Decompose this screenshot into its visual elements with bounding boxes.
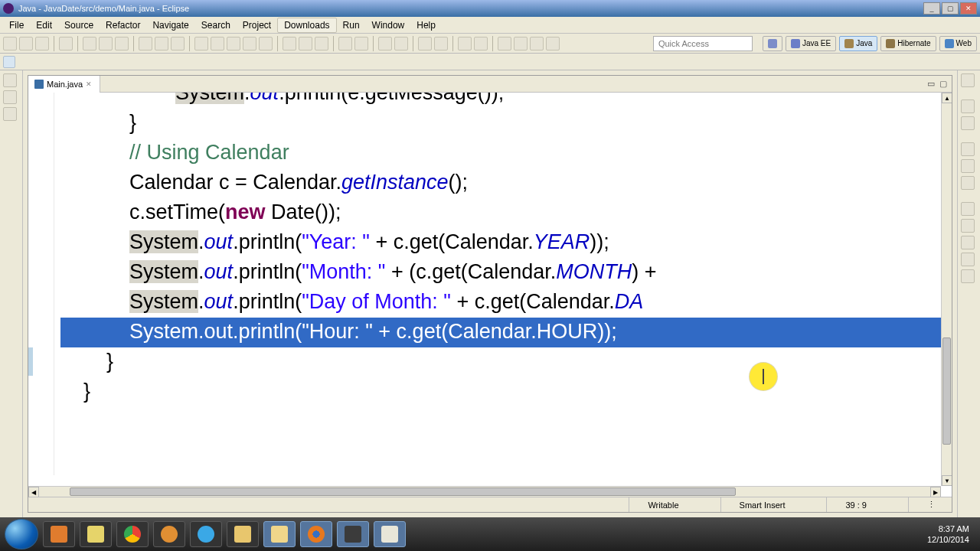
new-icon[interactable] (3, 37, 17, 51)
debug-skip-icon[interactable] (194, 37, 208, 51)
quick-access-input[interactable]: Quick Access (653, 36, 753, 51)
debug-disconnect-icon[interactable] (259, 37, 273, 51)
code-line[interactable]: System.out.println("Day of Month: " + c.… (60, 288, 941, 318)
open-type-icon[interactable] (378, 37, 392, 51)
relaunch-icon[interactable] (546, 37, 560, 51)
menu-source[interactable]: Source (58, 18, 100, 32)
javadoc-icon[interactable] (961, 159, 975, 173)
save-icon[interactable] (19, 37, 33, 51)
code-line[interactable]: System.out.println("Hour: " + c.get(Cale… (60, 318, 941, 347)
toggle-mark-icon[interactable] (139, 37, 152, 51)
step-return-icon[interactable] (315, 37, 328, 51)
taskbar-notepad-icon[interactable] (374, 521, 406, 547)
taskbar-media-icon[interactable] (43, 521, 75, 547)
problems-icon[interactable] (961, 142, 975, 156)
minimize-button[interactable]: _ (923, 2, 940, 15)
new-class-icon[interactable] (354, 37, 368, 51)
forward-icon[interactable] (474, 37, 488, 51)
code-line[interactable]: System.out.println("Month: " + (c.get(Ca… (60, 258, 941, 288)
menu-navigate[interactable]: Navigate (146, 18, 194, 32)
status-menu-icon[interactable]: ⋮ (908, 497, 946, 512)
menu-file[interactable]: File (3, 18, 30, 32)
menu-run[interactable]: Run (337, 18, 366, 32)
taskbar-chrome-icon[interactable] (116, 521, 149, 547)
search-icon[interactable] (394, 37, 408, 51)
coverage-icon[interactable] (115, 37, 129, 51)
annotation-prev-icon[interactable] (418, 37, 432, 51)
open-perspective-button[interactable] (763, 36, 782, 51)
step-over-icon[interactable] (299, 37, 312, 51)
snippets-icon[interactable] (961, 269, 975, 283)
data-source-icon[interactable] (961, 253, 975, 266)
code-line[interactable]: } (60, 347, 941, 377)
build-icon[interactable] (59, 37, 73, 51)
taskbar-live-icon[interactable] (153, 521, 185, 547)
taskbar-explorer-icon[interactable] (227, 521, 259, 547)
debug-resume-icon[interactable] (211, 37, 224, 51)
code-line[interactable]: // Using Calendar (60, 139, 941, 168)
editor-maximize-icon[interactable]: ▢ (939, 79, 947, 89)
code-line[interactable]: } (60, 377, 941, 407)
outline-icon[interactable] (961, 99, 975, 113)
menu-refactor[interactable]: Refactor (100, 18, 146, 32)
system-tray[interactable]: 8:37 AM 12/10/2014 (921, 523, 975, 545)
declaration-icon[interactable] (961, 176, 975, 190)
perspective-hibernate[interactable]: Hibernate (880, 36, 936, 51)
code-line[interactable]: } (60, 109, 941, 139)
menu-project[interactable]: Project (237, 18, 277, 32)
vertical-scrollbar[interactable]: ▲ ▼ (941, 93, 952, 486)
scroll-left-icon[interactable]: ◀ (28, 487, 39, 497)
code-line[interactable]: Calendar c = Calendar.getInstance(); (60, 168, 941, 198)
taskbar-folder-icon[interactable] (263, 521, 296, 547)
menu-edit[interactable]: Edit (30, 18, 58, 32)
console-icon[interactable] (961, 219, 975, 233)
menu-window[interactable]: Window (366, 18, 411, 32)
file-tab-main[interactable]: Main.java ✕ (28, 76, 100, 93)
start-button[interactable] (5, 519, 38, 549)
code-line[interactable]: System.out.println(e.getMessage()); (60, 93, 941, 109)
menu-downloads[interactable]: Downloads (277, 18, 336, 33)
debug-icon[interactable] (83, 37, 96, 51)
code-line[interactable]: System.out.println("Year: " + c.get(Cale… (60, 228, 941, 258)
taskbar-skype-icon[interactable] (190, 521, 222, 547)
servers-icon[interactable] (961, 236, 975, 249)
pin-icon[interactable] (498, 37, 511, 51)
scroll-down-icon[interactable]: ▼ (942, 475, 952, 486)
secondary-icon[interactable] (3, 56, 15, 68)
code-line[interactable]: c.setTime(new Date()); (60, 198, 941, 228)
editor-minimize-icon[interactable]: ▭ (927, 79, 935, 89)
step-into-icon[interactable] (283, 37, 296, 51)
taskbar-firefox-icon[interactable] (300, 521, 332, 547)
close-tab-icon[interactable]: ✕ (86, 80, 93, 88)
debug-stop-icon[interactable] (243, 37, 256, 51)
maximize-button[interactable]: ▢ (942, 2, 959, 15)
code-editor[interactable]: System.out.println(e.getMessage()); } //… (28, 93, 952, 497)
package-explorer-icon[interactable] (3, 73, 17, 87)
perspective-javaee[interactable]: Java EE (786, 36, 836, 51)
close-button[interactable]: ✕ (960, 2, 977, 15)
hscroll-thumb[interactable] (70, 487, 736, 496)
back-icon[interactable] (458, 37, 472, 51)
block-select-icon[interactable] (155, 37, 168, 51)
vscroll-thumb[interactable] (942, 337, 951, 445)
taskbar-idea-icon[interactable] (337, 521, 369, 547)
new-package-icon[interactable] (338, 37, 352, 51)
run-icon[interactable] (99, 37, 113, 51)
taskbar-sticky-icon[interactable] (80, 521, 112, 547)
debug-pause-icon[interactable] (227, 37, 240, 51)
outline-icon-2[interactable] (961, 116, 975, 130)
annotation-next-icon[interactable] (434, 37, 448, 51)
show-whitespace-icon[interactable] (171, 37, 185, 51)
task-list-icon[interactable] (961, 73, 975, 87)
type-hierarchy-icon[interactable] (3, 90, 17, 104)
scroll-up-icon[interactable]: ▲ (942, 93, 952, 103)
run-last-icon[interactable] (514, 37, 528, 51)
scroll-right-icon[interactable]: ▶ (930, 487, 941, 497)
palette-icon[interactable] (961, 202, 975, 216)
horizontal-scrollbar[interactable]: ◀ ▶ (28, 486, 941, 497)
stop-icon[interactable] (530, 37, 544, 51)
menu-search[interactable]: Search (195, 18, 237, 32)
perspective-web[interactable]: Web (939, 36, 977, 51)
menu-help[interactable]: Help (410, 18, 442, 32)
perspective-java[interactable]: Java (839, 36, 877, 51)
